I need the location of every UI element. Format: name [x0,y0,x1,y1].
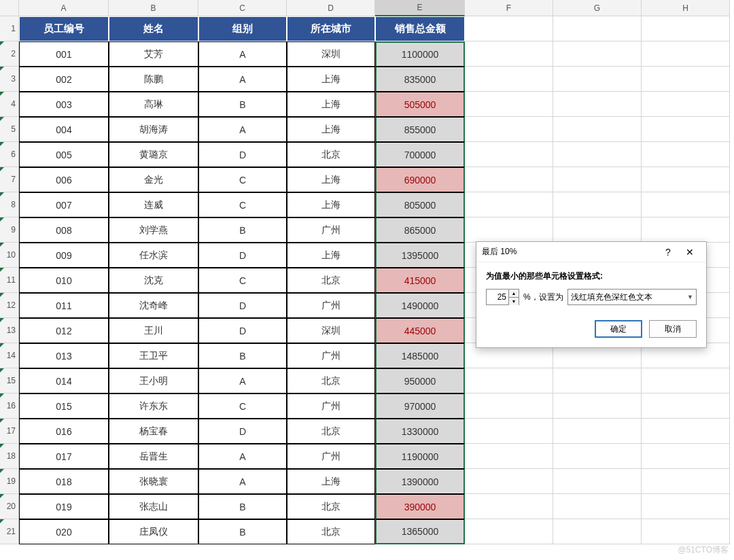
empty-cell[interactable] [465,494,553,519]
data-cell[interactable]: 006 [19,167,109,192]
row-header[interactable]: 9 [0,217,19,243]
row-header[interactable]: 1 [0,16,19,41]
data-cell[interactable]: 019 [19,494,109,519]
data-cell[interactable]: 张晓寰 [109,469,198,494]
data-cell[interactable]: 上海 [287,192,375,217]
data-cell[interactable]: C [198,192,287,217]
data-cell[interactable]: 上海 [287,469,375,494]
col-header-c[interactable]: C [198,0,287,16]
empty-cell[interactable] [642,494,730,519]
empty-cell[interactable] [553,469,642,494]
data-cell[interactable]: 陈鹏 [109,67,198,92]
empty-cell[interactable] [642,519,730,544]
sales-cell[interactable]: 1390000 [375,469,465,494]
percent-spinner[interactable]: ▲ ▼ [486,289,519,305]
empty-cell[interactable] [465,192,553,217]
data-cell[interactable]: 上海 [287,92,375,117]
data-cell[interactable]: B [198,519,287,544]
data-cell[interactable]: 连威 [109,192,198,217]
header-city[interactable]: 所在城市 [287,16,375,41]
row-header[interactable]: 14 [0,343,19,368]
empty-cell[interactable] [465,393,553,419]
row-header[interactable]: 17 [0,419,19,444]
percent-input[interactable] [487,290,508,304]
data-cell[interactable]: 深圳 [287,41,375,67]
empty-cell[interactable] [642,469,730,494]
data-cell[interactable]: 广州 [287,343,375,368]
row-header[interactable]: 16 [0,393,19,419]
data-cell[interactable]: B [198,343,287,368]
data-cell[interactable]: B [198,92,287,117]
header-name[interactable]: 姓名 [109,16,198,41]
row-header[interactable]: 4 [0,92,19,117]
spinner-up-icon[interactable]: ▲ [509,290,519,298]
data-cell[interactable]: 上海 [287,243,375,268]
empty-cell[interactable] [553,16,642,41]
row-header[interactable]: 13 [0,318,19,343]
data-cell[interactable]: A [198,41,287,67]
data-cell[interactable]: 深圳 [287,318,375,343]
format-select[interactable]: 浅红填充色深红色文本 ▼ [567,289,697,305]
empty-cell[interactable] [465,444,553,469]
help-button[interactable]: ? [657,247,679,258]
data-cell[interactable]: 北京 [287,494,375,519]
row-header[interactable]: 19 [0,469,19,494]
data-cell[interactable]: 012 [19,318,109,343]
empty-cell[interactable] [553,192,642,217]
data-cell[interactable]: 001 [19,41,109,67]
data-cell[interactable]: 上海 [287,117,375,142]
empty-cell[interactable] [465,217,553,243]
data-cell[interactable]: 广州 [287,293,375,318]
sales-cell[interactable]: 415000 [375,268,465,293]
data-cell[interactable]: 014 [19,368,109,393]
row-header[interactable]: 20 [0,494,19,519]
sales-cell[interactable]: 805000 [375,192,465,217]
empty-cell[interactable] [465,41,553,67]
row-header[interactable]: 18 [0,444,19,469]
empty-cell[interactable] [465,469,553,494]
row-header[interactable]: 7 [0,167,19,192]
cancel-button[interactable]: 取消 [649,320,697,338]
col-header-h[interactable]: H [642,0,730,16]
empty-cell[interactable] [465,519,553,544]
data-cell[interactable]: C [198,268,287,293]
header-sales[interactable]: 销售总金额 [375,16,465,41]
empty-cell[interactable] [642,192,730,217]
data-cell[interactable]: 许东东 [109,393,198,419]
sales-cell[interactable]: 690000 [375,167,465,192]
empty-cell[interactable] [642,393,730,419]
data-cell[interactable]: 黄璐京 [109,142,198,167]
data-cell[interactable]: 003 [19,92,109,117]
sales-cell[interactable]: 950000 [375,368,465,393]
empty-cell[interactable] [642,368,730,393]
select-all-corner[interactable] [0,0,19,16]
empty-cell[interactable] [553,41,642,67]
row-header[interactable]: 12 [0,293,19,318]
data-cell[interactable]: 011 [19,293,109,318]
data-cell[interactable]: 北京 [287,142,375,167]
data-cell[interactable]: 010 [19,268,109,293]
empty-cell[interactable] [642,142,730,167]
col-header-g[interactable]: G [553,0,642,16]
data-cell[interactable]: 004 [19,117,109,142]
empty-cell[interactable] [642,117,730,142]
empty-cell[interactable] [465,368,553,393]
col-header-b[interactable]: B [109,0,198,16]
row-header[interactable]: 2 [0,41,19,67]
empty-cell[interactable] [465,142,553,167]
sales-cell[interactable]: 700000 [375,142,465,167]
empty-cell[interactable] [553,494,642,519]
col-header-f[interactable]: F [465,0,553,16]
empty-cell[interactable] [642,67,730,92]
sales-cell[interactable]: 505000 [375,92,465,117]
data-cell[interactable]: 广州 [287,393,375,419]
sales-cell[interactable]: 1485000 [375,343,465,368]
data-cell[interactable]: 北京 [287,419,375,444]
data-cell[interactable]: 广州 [287,444,375,469]
data-cell[interactable]: 张志山 [109,494,198,519]
empty-cell[interactable] [642,92,730,117]
data-cell[interactable]: 008 [19,217,109,243]
empty-cell[interactable] [553,167,642,192]
data-cell[interactable]: D [198,293,287,318]
data-cell[interactable]: 沈克 [109,268,198,293]
